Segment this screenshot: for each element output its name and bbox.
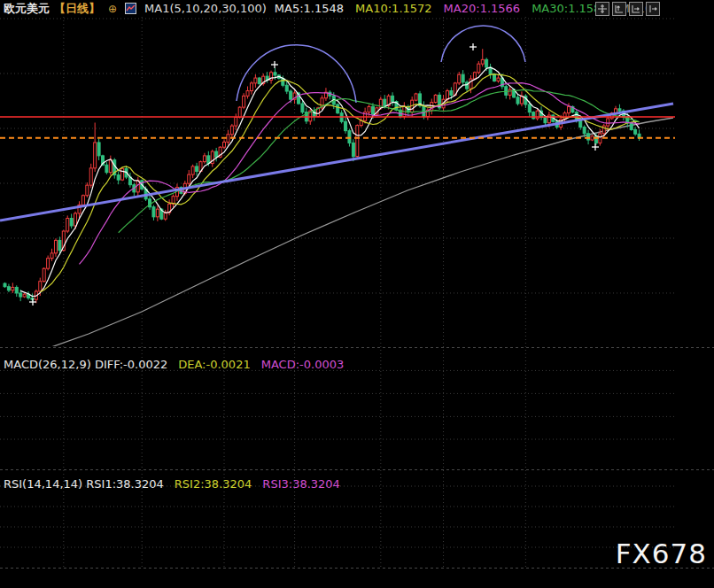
candle-body xyxy=(567,106,570,112)
candle-body xyxy=(477,64,480,73)
candle-body xyxy=(348,131,351,143)
candle-body xyxy=(290,91,292,99)
candle-body xyxy=(47,259,50,269)
candle-body xyxy=(415,94,417,100)
scale-right-axis-icon[interactable] xyxy=(629,2,643,16)
macd-header: MACD(26,12,9) DIFF:-0.0022 DEA:-0.0021 M… xyxy=(4,358,344,371)
candle-body xyxy=(81,196,84,205)
candle-body xyxy=(485,59,488,67)
expand-icon[interactable]: ⊕ xyxy=(108,4,117,14)
candle-body xyxy=(109,160,112,173)
candle-body xyxy=(481,59,484,64)
candle-body xyxy=(473,73,476,79)
candle-body xyxy=(466,82,469,89)
candle-body xyxy=(450,91,453,96)
candle-body xyxy=(66,219,69,231)
ma100-line xyxy=(49,118,673,348)
candle-body xyxy=(12,287,14,290)
candle-body xyxy=(493,74,496,81)
candle-body xyxy=(86,185,89,196)
candle-body xyxy=(117,175,120,181)
candle-body xyxy=(285,85,288,91)
candle-body xyxy=(23,294,26,297)
pan-right-icon[interactable] xyxy=(646,2,660,16)
candle-body xyxy=(207,156,210,164)
candles-group xyxy=(4,49,640,303)
candle-body xyxy=(152,207,155,217)
candle-body xyxy=(43,268,45,281)
candle-body xyxy=(505,87,508,96)
ma5-value: MA5:1.1548 xyxy=(275,2,344,15)
candle-body xyxy=(97,143,100,156)
candle-body xyxy=(630,123,633,130)
candle-body xyxy=(528,104,531,112)
chart-canvas[interactable] xyxy=(0,0,714,588)
candle-body xyxy=(337,104,339,113)
candle-body xyxy=(470,79,472,89)
candle-body xyxy=(618,109,621,111)
candle-body xyxy=(39,282,42,291)
candle-body xyxy=(458,74,461,83)
extreme-marker xyxy=(271,61,278,68)
candle-body xyxy=(579,120,582,127)
candle-body xyxy=(246,91,249,97)
candle-body xyxy=(594,136,597,143)
candle-body xyxy=(516,97,519,104)
chart-toolbar xyxy=(595,2,660,16)
scale-up-axis-icon[interactable] xyxy=(612,2,626,16)
candle-body xyxy=(301,104,304,112)
candle-body xyxy=(508,89,511,95)
price-pane xyxy=(0,49,675,348)
fx678-watermark: FX678 xyxy=(616,538,707,569)
candle-body xyxy=(599,134,601,143)
candle-body xyxy=(74,213,77,226)
candle-body xyxy=(121,168,124,180)
candle-body xyxy=(238,107,241,117)
candle-body xyxy=(105,165,108,172)
candle-body xyxy=(203,156,206,162)
candle-body xyxy=(58,240,61,250)
candle-body xyxy=(19,293,22,297)
extreme-marker xyxy=(470,43,477,50)
candle-body xyxy=(235,117,237,126)
candle-body xyxy=(591,136,594,140)
rsi-header: RSI(14,14,14) RSI1:38.3204 RSI2:38.3204 … xyxy=(4,477,340,491)
macd-bar-value: MACD:-0.0003 xyxy=(261,358,345,371)
candle-body xyxy=(497,78,500,81)
candle-body xyxy=(70,219,73,226)
candle-body xyxy=(462,74,464,82)
macd-params-and-diff: MACD(26,12,9) DIFF:-0.0022 xyxy=(4,358,167,371)
candle-body xyxy=(191,166,194,174)
candle-body xyxy=(434,95,437,102)
candle-body xyxy=(215,151,218,157)
ma5-line xyxy=(20,67,639,296)
candle-body xyxy=(274,73,276,75)
candle-body xyxy=(188,174,190,183)
extreme-marker xyxy=(592,143,599,151)
candle-body xyxy=(356,126,359,157)
candle-body xyxy=(227,135,229,143)
candle-body xyxy=(254,78,257,83)
candle-body xyxy=(7,287,10,290)
chart-header: 欧元美元 【日线】 ⊕ MA1(5,10,20,30,100) MA5:1.15… xyxy=(4,1,652,16)
ma-params-label: MA1(5,10,20,30,100) xyxy=(144,2,267,15)
candle-body xyxy=(602,126,605,134)
rsi2-value: RSI2:38.3204 xyxy=(175,477,252,491)
candle-body xyxy=(371,106,374,114)
candle-body xyxy=(352,143,354,156)
chart-type-icon[interactable] xyxy=(125,3,136,14)
macd-dea-value: DEA:-0.0021 xyxy=(178,358,250,371)
rsi3-value: RSI3:38.3204 xyxy=(262,477,340,491)
candle-body xyxy=(196,166,198,172)
candle-body xyxy=(250,83,252,91)
candle-body xyxy=(392,96,394,101)
candle-body xyxy=(243,96,245,107)
move-crosshair-icon[interactable] xyxy=(595,2,609,16)
candle-body xyxy=(230,126,233,135)
candle-body xyxy=(156,209,159,217)
annotation-arc xyxy=(441,26,525,62)
candle-body xyxy=(360,120,362,125)
candle-body xyxy=(4,283,6,287)
ma20-line xyxy=(79,83,639,265)
candle-body xyxy=(544,117,547,122)
